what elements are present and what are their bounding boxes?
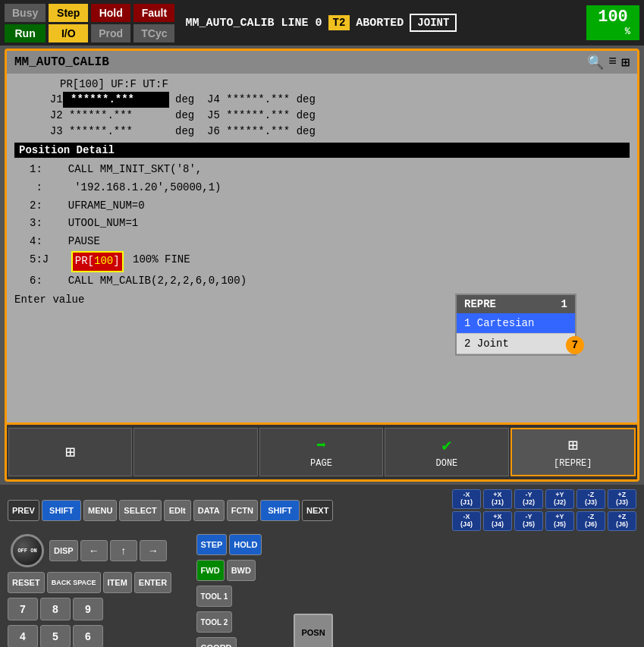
done-label: DONE — [436, 458, 458, 469]
grid-icon[interactable]: ⊞ — [621, 54, 630, 71]
program-info: MM_AUTO_CALIB LINE 0 T2 ABORTED JOINT — [177, 14, 583, 32]
kbd-row-reset: RESET BACK SPACE ITEM ENTER — [8, 572, 192, 593]
kbd-row-step: STEP HOLD — [196, 534, 290, 555]
fctn-button[interactable]: FCTN — [227, 500, 258, 521]
jz3-neg[interactable]: -Z(J3) — [576, 489, 605, 509]
tool1-button[interactable]: TOOL 1 — [196, 586, 233, 607]
num6-button[interactable]: 6 — [73, 625, 103, 647]
jy2-pos[interactable]: +Y(J2) — [545, 489, 574, 509]
busy-button[interactable]: Busy — [5, 4, 46, 22]
arrow-up-button[interactable]: ↑ — [110, 540, 137, 561]
j1-value: ******.*** — [63, 92, 169, 108]
pr100-highlight: PR[100] — [71, 251, 124, 272]
jy2-neg[interactable]: -Y(J2) — [514, 489, 543, 509]
prod-button[interactable]: Prod — [91, 24, 130, 42]
posn-large-button[interactable]: POSN — [294, 614, 332, 648]
position-detail-header: Position Detail — [14, 143, 630, 158]
num9-button[interactable]: 9 — [73, 598, 103, 620]
edit-button[interactable]: EDIt — [164, 500, 191, 521]
jz6-neg[interactable]: -Z(J6) — [576, 511, 605, 531]
toolbar-btn-done[interactable]: ✔ DONE — [385, 428, 508, 476]
repre-label: [REPRE] — [554, 458, 592, 469]
tool2-button[interactable]: TOOL 2 — [196, 611, 233, 633]
kbd-middle: STEP HOLD FWD BWD TOOL 1 TOOL 2 COORD MO… — [196, 534, 290, 647]
hold-button[interactable]: Hold — [91, 4, 130, 22]
joint-badge: JOINT — [410, 14, 457, 32]
dropdown-item-cartesian[interactable]: 1 Cartesian — [457, 313, 575, 334]
keyboard-area: PREV SHIFT MENU SELECT EDIt DATA FCTN SH… — [0, 485, 644, 647]
jx1-pos[interactable]: +X(J1) — [483, 489, 512, 509]
num7-button[interactable]: 7 — [8, 598, 38, 620]
toolbar-btn-grid[interactable]: ⊞ — [8, 428, 132, 476]
backspace-button[interactable]: BACK SPACE — [47, 572, 101, 593]
kbd-row-789: 7 8 9 — [8, 598, 192, 620]
jz6-pos[interactable]: +Z(J6) — [608, 511, 636, 531]
prev-button[interactable]: PREV — [8, 500, 39, 521]
jz3-pos[interactable]: +Z(J3) — [608, 489, 636, 509]
item-button[interactable]: ITEM — [103, 572, 132, 593]
repre-icon: ⊞ — [568, 435, 578, 456]
io-button[interactable]: I/O — [49, 24, 88, 42]
code-line-1b: : '192.168.1.20',50000,1) — [30, 179, 630, 197]
data-button[interactable]: DATA — [193, 500, 225, 521]
off-on-knob[interactable]: OFF ON — [11, 534, 44, 567]
dropdown-item-joint[interactable]: 2 Joint — [457, 334, 575, 354]
jx1-neg[interactable]: -X(J1) — [452, 489, 481, 509]
code-line-3: 3: UTOOL_NUM=1 — [30, 215, 630, 233]
menu-button[interactable]: MENU — [83, 500, 117, 521]
kbd-main: OFF ON DISP ← ↑ → RESET BACK SPACE ITEM … — [8, 534, 636, 647]
toolbar-btn-repre[interactable]: ⊞ [REPRE] — [510, 428, 636, 476]
screen-panel: MM_AUTO_CALIB 🔍 ≡ ⊞ PR[100] UF:F UT:F J1… — [5, 49, 639, 482]
menu-icon[interactable]: ≡ — [608, 54, 617, 71]
code-line-2: 2: UFRAME_NUM=0 — [30, 197, 630, 215]
num5-button[interactable]: 5 — [40, 625, 71, 647]
arrow-right-button[interactable]: → — [140, 540, 167, 561]
jy5-neg[interactable]: -Y(J5) — [514, 511, 543, 531]
j1-label: J1 — [37, 92, 63, 108]
jx4-pos[interactable]: +X(J4) — [483, 511, 512, 531]
bwd-button[interactable]: BWD — [227, 560, 256, 581]
disp-button[interactable]: DISP — [49, 540, 78, 561]
code-lines: 1: CALL MM_INIT_SKT('8', : '192.168.1.20… — [14, 161, 630, 291]
fwd-button[interactable]: FWD — [196, 560, 225, 581]
dropdown-header: REPRE 1 — [457, 295, 575, 313]
shift2-button[interactable]: SHIFT — [260, 500, 300, 521]
repre-dropdown[interactable]: REPRE 1 1 Cartesian 2 Joint 7 — [455, 294, 576, 356]
shift1-button[interactable]: SHIFT — [42, 500, 81, 521]
j-buttons-right: -X(J1) +X(J1) -Y(J2) +Y(J2) -Z(J3) +Z(J3… — [452, 489, 636, 531]
jy5-pos[interactable]: +Y(J5) — [545, 511, 574, 531]
page-label: PAGE — [310, 458, 332, 469]
j3-value: ******.*** — [63, 124, 169, 140]
j4-label: J4 — [207, 92, 220, 108]
toolbar-btn-page[interactable]: ➡ PAGE — [259, 428, 383, 476]
reset-button[interactable]: RESET — [8, 572, 45, 593]
select-button[interactable]: SELECT — [119, 500, 161, 521]
fault-button[interactable]: Fault — [134, 4, 174, 22]
pr-header: PR[100] UF:F UT:F — [14, 78, 630, 90]
step-kbd-button[interactable]: STEP — [196, 534, 228, 555]
kbd-left: OFF ON DISP ← ↑ → RESET BACK SPACE ITEM … — [8, 534, 192, 647]
zoom-icon[interactable]: 🔍 — [587, 54, 604, 71]
next-button[interactable]: NEXT — [302, 500, 333, 521]
j5-value: ******.*** deg — [220, 108, 316, 124]
tcyc-button[interactable]: TCyc — [134, 24, 174, 42]
bottom-toolbar: ⊞ ➡ PAGE ✔ DONE ⊞ [REPRE] — [7, 422, 637, 479]
j6-label: J6 — [207, 124, 220, 140]
kbd-top-row: PREV SHIFT MENU SELECT EDIt DATA FCTN SH… — [8, 489, 636, 531]
step-button[interactable]: Step — [49, 4, 88, 22]
posn-large-wrapper: POSN — [294, 534, 332, 647]
arrow-left-button[interactable]: ← — [80, 540, 108, 561]
badge-7: 7 — [566, 336, 584, 354]
num4-button[interactable]: 4 — [8, 625, 38, 647]
jx4-neg[interactable]: -X(J4) — [452, 511, 481, 531]
toolbar-btn-empty1[interactable] — [134, 428, 257, 476]
j2-value: ******.*** — [63, 108, 169, 124]
enter-button[interactable]: ENTER — [134, 572, 171, 593]
done-icon: ✔ — [441, 435, 451, 456]
hold-kbd-button[interactable]: HOLD — [229, 534, 262, 555]
run-button[interactable]: Run — [5, 24, 46, 42]
code-line-6: 6: CALL MM_CALIB(2,2,2,6,0,100) — [30, 272, 630, 291]
coord-button[interactable]: COORD — [196, 637, 237, 647]
kbd-row-tool1: TOOL 1 — [196, 586, 290, 607]
num8-button[interactable]: 8 — [40, 598, 71, 620]
